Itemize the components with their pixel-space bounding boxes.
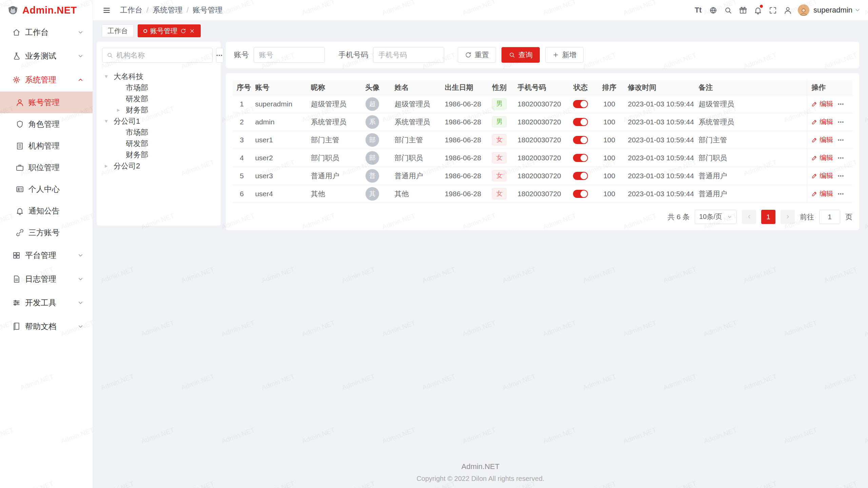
sidebar-item-label: 通知公告 [28, 206, 84, 216]
edit-button[interactable]: 编辑 [811, 171, 833, 180]
cell-account: user2 [251, 149, 307, 167]
gender-badge: 女 [492, 134, 507, 145]
status-toggle[interactable] [573, 154, 588, 162]
sidebar-item-devtools[interactable]: 开发工具 [0, 291, 93, 314]
link-icon [16, 228, 24, 237]
sidebar-item-platform[interactable]: 平台管理 [0, 243, 93, 267]
row-more-button[interactable]: ••• [838, 120, 844, 124]
sidebar-item-business-test[interactable]: 业务测试 [0, 44, 93, 68]
chevron-left-icon [746, 214, 752, 220]
tab-account[interactable]: 账号管理 [138, 24, 201, 37]
close-icon[interactable] [189, 28, 195, 34]
globe-icon[interactable] [706, 3, 721, 18]
caret-icon[interactable]: ▸ [117, 106, 126, 114]
cell-sort: 100 [595, 95, 624, 113]
sidebar-item-position[interactable]: 职位管理 [0, 157, 93, 178]
phone-input[interactable] [373, 47, 444, 63]
tree-item[interactable]: 研发部 [102, 138, 215, 149]
search-icon[interactable] [721, 3, 735, 18]
tree-item[interactable]: ▸分公司2 [102, 160, 215, 171]
sidebar-item-account[interactable]: 账号管理 [0, 92, 93, 113]
chevron-down-icon [854, 7, 861, 13]
sidebar-item-third-account[interactable]: 三方账号 [0, 222, 93, 243]
fullscreen-icon[interactable] [765, 3, 780, 18]
edit-button[interactable]: 编辑 [811, 99, 833, 108]
sidebar-item-org[interactable]: 机构管理 [0, 135, 93, 157]
goto-page-input[interactable] [819, 210, 840, 224]
grid-icon [12, 251, 21, 260]
sidebar-item-role[interactable]: 角色管理 [0, 113, 93, 135]
status-toggle[interactable] [573, 190, 588, 198]
tree-item[interactable]: ▾分公司1 [102, 116, 215, 127]
refresh-icon[interactable] [180, 28, 186, 34]
cell-modified: 2023-01-03 10:59:44 [624, 149, 695, 167]
table-row: 6user4其他其其他1986-06-28女180200307201002023… [233, 185, 852, 203]
org-search-field[interactable] [102, 48, 213, 63]
cell-nickname: 普通用户 [307, 167, 354, 185]
edit-button[interactable]: 编辑 [811, 117, 833, 126]
row-more-button[interactable]: ••• [838, 174, 844, 178]
chevron-right-icon [785, 214, 791, 220]
breadcrumb: 工作台 / 系统管理 / 账号管理 [120, 5, 222, 15]
sidebar-item-notice[interactable]: 通知公告 [0, 200, 93, 222]
org-more-button[interactable]: ••• [216, 48, 223, 63]
page-size-select[interactable]: 10条/页 [695, 210, 737, 224]
cell-phone: 18020030720 [513, 149, 566, 167]
theme-icon[interactable] [735, 3, 750, 18]
row-more-button[interactable]: ••• [838, 191, 844, 196]
sidebar-item-workbench[interactable]: 工作台 [0, 20, 93, 44]
breadcrumb-item[interactable]: 系统管理 [153, 5, 182, 15]
account-input[interactable] [254, 47, 325, 63]
tree-item[interactable]: 市场部 [102, 82, 215, 93]
status-toggle[interactable] [573, 100, 588, 108]
org-tree: ▾大名科技市场部研发部▸财务部▾分公司1市场部研发部财务部▸分公司2 [102, 71, 215, 171]
breadcrumb-separator: / [146, 6, 149, 15]
sidebar-item-profile[interactable]: 个人中心 [0, 178, 93, 200]
building-icon [16, 142, 24, 150]
next-page-button[interactable] [781, 210, 795, 224]
tree-item[interactable]: 研发部 [102, 93, 215, 104]
caret-icon[interactable]: ▾ [105, 73, 114, 80]
cell-no: 3 [233, 131, 251, 149]
search-button[interactable]: 查询 [501, 47, 540, 63]
caret-icon[interactable]: ▸ [105, 162, 114, 169]
plus-icon [552, 52, 559, 58]
table-body: 1superadmin超级管理员超超级管理员1986-06-28男1802003… [233, 95, 852, 203]
main-area: 工作台 / 系统管理 / 账号管理 Tt superadmin [93, 0, 868, 488]
tree-item[interactable]: ▸财务部 [102, 104, 215, 116]
status-toggle[interactable] [573, 136, 588, 144]
prev-page-button[interactable] [742, 210, 756, 224]
breadcrumb-item[interactable]: 工作台 [120, 5, 142, 15]
tree-item[interactable]: 市场部 [102, 127, 215, 138]
edit-button[interactable]: 编辑 [811, 189, 833, 198]
edit-button[interactable]: 编辑 [811, 153, 833, 162]
sidebar-item-docs[interactable]: 帮助文档 [0, 314, 93, 338]
edit-icon [811, 119, 817, 125]
row-more-button[interactable]: ••• [838, 102, 844, 106]
status-toggle[interactable] [573, 118, 588, 126]
caret-icon[interactable]: ▾ [105, 118, 114, 125]
page-number-button[interactable]: 1 [761, 210, 775, 224]
tree-item[interactable]: 财务部 [102, 149, 215, 160]
sidebar-item-log[interactable]: 日志管理 [0, 267, 93, 291]
gender-badge: 男 [492, 98, 507, 109]
avatar[interactable] [798, 4, 809, 16]
edit-button[interactable]: 编辑 [811, 135, 833, 144]
notification-bell-icon[interactable] [750, 3, 765, 18]
reset-button[interactable]: 重置 [458, 47, 496, 63]
logo[interactable]: Admin.NET [0, 0, 93, 20]
sidebar-item-system[interactable]: 系统管理 [0, 68, 93, 92]
status-toggle[interactable] [573, 172, 588, 180]
add-button[interactable]: 新增 [545, 47, 584, 63]
username[interactable]: superadmin [813, 6, 852, 15]
row-more-button[interactable]: ••• [838, 156, 844, 160]
hamburger-icon[interactable] [99, 3, 114, 18]
user-icon[interactable] [780, 3, 795, 18]
font-size-icon[interactable]: Tt [691, 3, 706, 18]
cell-nickname: 超级管理员 [307, 95, 354, 113]
tree-item[interactable]: ▾大名科技 [102, 71, 215, 82]
row-more-button[interactable]: ••• [838, 138, 844, 142]
cell-remark: 普通用户 [694, 167, 807, 185]
org-search-input[interactable] [116, 51, 208, 59]
tab-workbench[interactable]: 工作台 [102, 24, 134, 37]
